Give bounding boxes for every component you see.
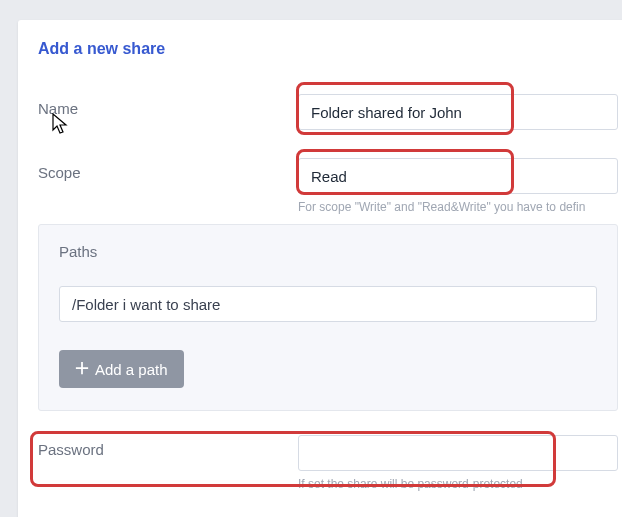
name-input[interactable] bbox=[298, 94, 618, 130]
label-name: Name bbox=[38, 94, 298, 117]
form-card: Add a new share Name Scope Read For scop… bbox=[18, 20, 622, 517]
paths-panel: Paths Add a path bbox=[38, 224, 618, 411]
form-card-inner: Add a new share Name Scope Read For scop… bbox=[18, 20, 622, 491]
control-password: If set the share will be password-protec… bbox=[298, 435, 618, 491]
page-root: Add a new share Name Scope Read For scop… bbox=[0, 0, 622, 517]
control-scope: Read For scope "Write" and "Read&Write" … bbox=[298, 158, 618, 214]
scope-select[interactable]: Read bbox=[298, 158, 618, 194]
add-path-button[interactable]: Add a path bbox=[59, 350, 184, 388]
label-password: Password bbox=[38, 435, 298, 458]
password-input[interactable] bbox=[298, 435, 618, 471]
path-input-wrap bbox=[59, 286, 597, 322]
control-name bbox=[298, 94, 618, 130]
path-input[interactable] bbox=[59, 286, 597, 322]
form-title: Add a new share bbox=[38, 40, 618, 58]
row-password: Password If set the share will be passwo… bbox=[38, 435, 618, 491]
paths-title: Paths bbox=[59, 243, 597, 260]
row-scope: Scope Read For scope "Write" and "Read&W… bbox=[38, 158, 618, 214]
hint-password: If set the share will be password-protec… bbox=[298, 477, 618, 491]
label-scope: Scope bbox=[38, 158, 298, 181]
plus-icon bbox=[75, 361, 89, 378]
add-path-button-label: Add a path bbox=[95, 361, 168, 378]
hint-scope: For scope "Write" and "Read&Write" you h… bbox=[298, 200, 618, 214]
row-name: Name bbox=[38, 94, 618, 130]
